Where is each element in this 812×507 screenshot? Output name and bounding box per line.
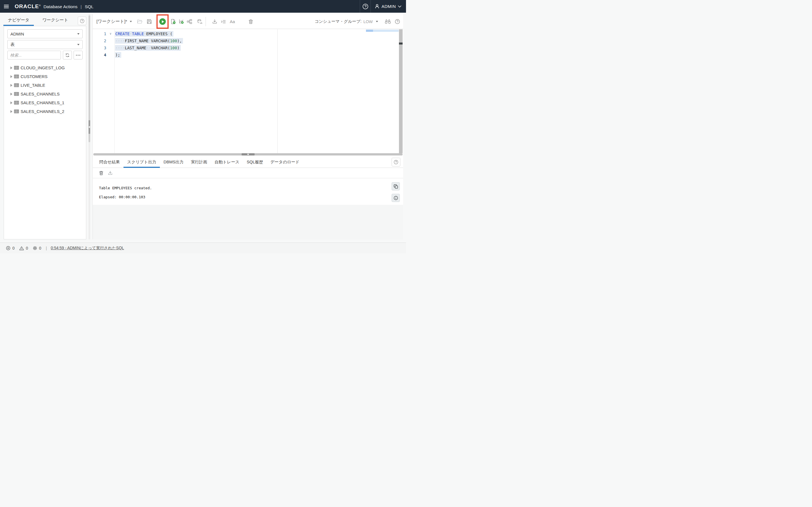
- download-icon: [108, 171, 112, 175]
- chevron-down-icon: [77, 33, 80, 35]
- autotrace-button[interactable]: [187, 14, 192, 29]
- header-help-button[interactable]: [360, 0, 370, 13]
- expand-arrow-icon[interactable]: [10, 75, 12, 78]
- splitter-collapse-handle[interactable]: [242, 153, 255, 156]
- sql-editor[interactable]: 1 ∨ CREATE·TABLE·EMPLOYEES·( 2 ····FIRST…: [93, 29, 403, 153]
- output-tab[interactable]: 自動トレース: [211, 156, 243, 168]
- output-info-button[interactable]: [392, 194, 400, 202]
- editor-line[interactable]: 3 ····LAST_NAME··VARCHAR(100): [93, 44, 403, 51]
- search-input[interactable]: [7, 51, 61, 59]
- font-size-button[interactable]: Aa: [230, 14, 237, 29]
- code-line: );: [115, 52, 121, 58]
- consumer-group-select[interactable]: LOW: [363, 14, 378, 29]
- output-tab-label: データのロード: [270, 159, 299, 165]
- table-name: LIVE_TABLE: [20, 83, 45, 88]
- output-tab-label: 問合せ結果: [99, 159, 120, 165]
- table-tree-item[interactable]: SALES_CHANNELS_2: [4, 107, 86, 116]
- run-statement-button[interactable]: [159, 14, 166, 29]
- sidebar-splitter[interactable]: [89, 14, 90, 239]
- output-tab[interactable]: DBMS出力: [160, 156, 187, 168]
- explain-plan-icon: [179, 19, 184, 24]
- expand-arrow-icon[interactable]: [10, 84, 12, 87]
- editor-scrollbar[interactable]: [399, 29, 403, 153]
- database-monitor-icon: [197, 19, 203, 24]
- minimap-selection-light: [373, 30, 399, 32]
- table-tree-item[interactable]: SALES_CHANNELS_1: [4, 98, 86, 107]
- table-tree-item[interactable]: CLOUD_INGEST_LOG: [4, 63, 86, 72]
- editor-line[interactable]: 4 );: [93, 51, 403, 58]
- logo-divider: |: [81, 4, 82, 9]
- expand-arrow-icon[interactable]: [10, 66, 12, 69]
- binoculars-icon: [385, 19, 391, 24]
- output-tab[interactable]: SQL履歴: [243, 156, 267, 168]
- trash-icon: [248, 19, 253, 24]
- find-button[interactable]: [385, 14, 391, 29]
- clear-output-button[interactable]: [99, 171, 103, 175]
- editor-output-splitter[interactable]: [93, 153, 403, 156]
- code-line: ····LAST_NAME··VARCHAR(100): [115, 45, 181, 51]
- run-icon: [159, 18, 166, 25]
- output-tab[interactable]: スクリプト出力: [123, 156, 160, 168]
- sidebar-help-button[interactable]: [78, 17, 86, 25]
- more-options-button[interactable]: [73, 51, 83, 59]
- refresh-button[interactable]: [63, 51, 72, 59]
- expand-arrow-icon[interactable]: [10, 93, 12, 96]
- expand-arrow-icon[interactable]: [10, 110, 12, 113]
- format-button[interactable]: [221, 14, 226, 29]
- download-output-button[interactable]: [108, 171, 112, 175]
- statusbar-separator: |: [46, 246, 47, 250]
- explain-plan-button[interactable]: [179, 14, 184, 29]
- output-tab-label: スクリプト出力: [127, 159, 156, 165]
- worksheet-help-button[interactable]: [395, 14, 400, 29]
- copy-output-button[interactable]: [392, 182, 400, 190]
- fold-chevron-icon[interactable]: ∨: [106, 32, 115, 36]
- help-icon: [362, 3, 368, 10]
- editor-line[interactable]: 1 ∨ CREATE·TABLE·EMPLOYEES·(: [93, 30, 403, 37]
- font-size-label: Aa: [230, 19, 235, 24]
- expand-arrow-icon[interactable]: [10, 101, 12, 104]
- sql-monitor-button[interactable]: [197, 14, 203, 29]
- output-help-button[interactable]: [392, 158, 400, 166]
- download-button[interactable]: [212, 14, 217, 29]
- hamburger-menu-icon[interactable]: [0, 0, 12, 13]
- tab-worksheet[interactable]: ワークシート: [38, 14, 72, 26]
- table-name: SALES_CHANNELS_2: [20, 109, 64, 114]
- schema-select[interactable]: ADMIN: [7, 29, 83, 38]
- sidebar-collapse-handle[interactable]: [89, 120, 90, 134]
- tab-navigator[interactable]: ナビゲータ: [3, 14, 34, 26]
- user-menu-button[interactable]: ADMIN: [371, 0, 406, 13]
- oracle-logo: ORACLE: [15, 3, 39, 10]
- folder-open-icon: [137, 19, 142, 24]
- line-number: 2: [93, 39, 106, 43]
- worksheet-title-dropdown[interactable]: [ワークシート]*: [96, 14, 132, 29]
- table-tree-item[interactable]: LIVE_TABLE: [4, 81, 86, 90]
- run-script-button[interactable]: [170, 14, 176, 29]
- clear-worksheet-button[interactable]: [248, 14, 253, 29]
- table-name: CLOUD_INGEST_LOG: [20, 65, 65, 70]
- info-icon: [394, 196, 398, 200]
- output-tab[interactable]: 実行計画: [187, 156, 211, 168]
- table-name: CUSTOMERS: [20, 74, 48, 79]
- table-tree-item[interactable]: SALES_CHANNELS: [4, 90, 86, 98]
- user-icon: [375, 4, 379, 9]
- object-type-select[interactable]: 表: [7, 40, 83, 49]
- save-button[interactable]: [147, 14, 152, 29]
- table-icon: [14, 101, 19, 105]
- format-indent-icon: [221, 19, 226, 24]
- consumer-group-value: LOW: [363, 19, 373, 24]
- chevron-down-icon: [376, 21, 378, 22]
- open-file-button[interactable]: [137, 14, 142, 29]
- output-filler: [93, 205, 403, 239]
- last-executed-sql-link[interactable]: 0:54:59 - ADMINによって実行されたSQL: [51, 245, 124, 251]
- navigator-panel: ADMIN 表: [4, 26, 86, 239]
- app-logo: ORACLE® Database Actions | SQL: [15, 3, 94, 10]
- output-tab[interactable]: 問合せ結果: [96, 156, 123, 168]
- status-bar: 0 0 0 | 0:54:59 - ADMINによって実行されたSQL: [0, 242, 406, 253]
- minimap-selection-dark: [366, 30, 373, 32]
- editor-line[interactable]: 2 ····FIRST_NAME·VARCHAR(100),: [93, 37, 403, 44]
- table-tree-item[interactable]: CUSTOMERS: [4, 72, 86, 81]
- table-icon: [14, 92, 19, 96]
- editor-scrollbar-handle[interactable]: [399, 43, 403, 45]
- app-header: ORACLE® Database Actions | SQL ADMIN: [0, 0, 406, 13]
- output-tab[interactable]: データのロード: [267, 156, 303, 168]
